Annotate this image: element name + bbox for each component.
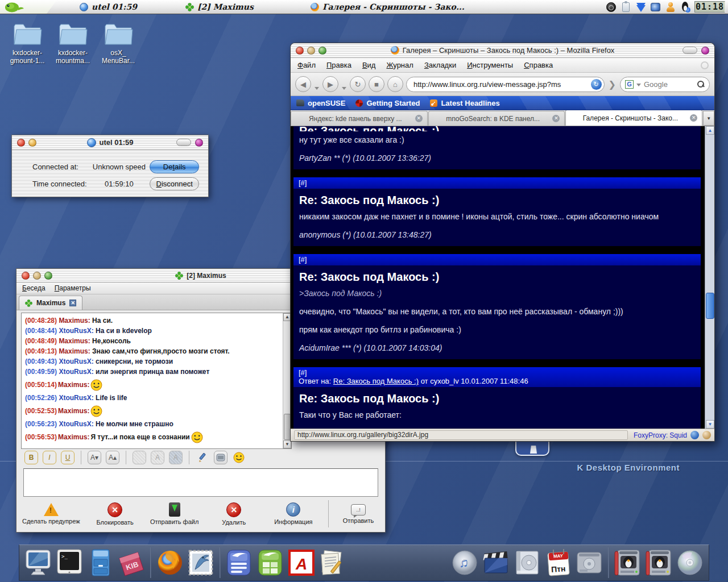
menu-file[interactable]: Файл (297, 61, 316, 69)
forward-dropdown[interactable] (342, 87, 346, 90)
color-palette-button[interactable] (214, 451, 228, 464)
menu-options[interactable]: Параметры (55, 284, 91, 292)
url-bar[interactable]: http://www.linux.org.ru/view-message.jsp… (406, 77, 605, 92)
menu-edit[interactable]: Правка (326, 61, 351, 69)
dock-music-player[interactable]: ♫ (450, 547, 480, 579)
dock-calendar[interactable]: MAY Птн (543, 547, 573, 579)
maximize-button[interactable] (44, 272, 52, 280)
suse-menu-button[interactable] (0, 0, 57, 14)
anchor-link[interactable]: [#] (299, 178, 307, 187)
menu-view[interactable]: Вид (362, 61, 376, 69)
dock-text-editor[interactable] (317, 547, 348, 579)
search-bar[interactable]: G Google (620, 77, 710, 92)
desktop-icon-osx-menubar[interactable]: osX_MenuBar... (94, 20, 142, 65)
back-button[interactable]: ◀ (295, 76, 311, 92)
close-button[interactable] (296, 47, 304, 55)
dock-mail[interactable] (186, 547, 216, 579)
shade-button[interactable] (176, 139, 191, 146)
dock-linux-drive-2[interactable] (644, 547, 674, 579)
background-color-button[interactable]: A (169, 451, 183, 464)
taskbar-item-firefox[interactable]: Галерея - Скриншоты - Зако... (311, 2, 465, 11)
send-file-button[interactable]: Отправить файл (150, 502, 199, 525)
tab-close-icon[interactable]: ✕ (690, 114, 697, 122)
taskbar-item-utel[interactable]: utel 01:59 (80, 2, 137, 11)
disconnect-button[interactable]: Disconnect (150, 177, 199, 190)
kopete-user-icon[interactable] (665, 2, 676, 13)
firefox-titlebar[interactable]: Галерея – Скриншоты – Закось под Макось … (291, 43, 714, 58)
reply-link[interactable]: Re: Закось под Макось :) (333, 377, 419, 385)
dock-linux-drive-1[interactable] (613, 547, 643, 579)
go-button[interactable]: ❯ (607, 79, 617, 90)
foxyproxy-status[interactable]: FoxyProxy: Squid (634, 431, 687, 439)
text-color-button[interactable] (133, 451, 146, 464)
underline-button[interactable]: U (61, 451, 75, 464)
tab-close-icon[interactable]: ✕ (552, 115, 560, 122)
utel-titlebar[interactable]: utel 01:59 (12, 135, 208, 150)
dock-acrobat[interactable]: A (286, 547, 316, 579)
italic-button[interactable]: I (43, 451, 56, 464)
dock-hard-drive[interactable] (574, 547, 605, 579)
tab-gallery-active[interactable]: Галерея - Скриншоты - Зако...✕ (565, 110, 702, 126)
dock-oo-calc[interactable] (255, 547, 285, 579)
chat-input-field[interactable] (23, 468, 378, 497)
sound-mixer-icon[interactable] (606, 2, 617, 13)
bookmark-opensuse[interactable]: openSUSE (296, 99, 345, 107)
bold-button[interactable]: B (24, 451, 38, 464)
scroll-down-icon[interactable]: ▼ (706, 420, 714, 429)
info-button[interactable]: iИнформация (269, 502, 318, 525)
taskbar-item-maximus[interactable]: [2] Maximus (185, 2, 254, 11)
shade-button[interactable] (682, 47, 697, 54)
menu-bookmarks[interactable]: Закладки (424, 61, 456, 69)
dock-firefox[interactable] (155, 547, 185, 579)
forward-button[interactable]: ▶ (322, 76, 338, 92)
scroll-down-icon[interactable]: ▼ (283, 440, 291, 448)
search-placeholder[interactable]: Google (644, 80, 694, 89)
dock-computer[interactable] (23, 547, 53, 579)
desktop-icon-kxdocker-mountman[interactable]: kxdocker-mountma... (49, 20, 97, 65)
block-user-button[interactable]: ✕Блокировать (90, 502, 139, 526)
tray-clock[interactable]: 01:18 (694, 1, 725, 13)
page-scrollbar[interactable]: ▲ ▼ (705, 126, 714, 429)
anchor-link[interactable]: [#] (299, 368, 307, 377)
download-icon[interactable] (635, 2, 646, 13)
tab-mnogosearch[interactable]: mnoGoSearch: в KDE панел...✕ (428, 111, 565, 126)
status-extension-icon[interactable] (702, 431, 711, 439)
anchor-link[interactable]: [#] (299, 255, 307, 264)
delete-button[interactable]: ✕Удалить (209, 502, 258, 526)
dock-cd-disc[interactable] (675, 547, 705, 579)
klipper-icon[interactable] (621, 2, 631, 13)
tab-yandex[interactable]: Яндекс: kde панель вверху ...✕ (291, 111, 428, 126)
tab-close-icon[interactable]: ✕ (69, 300, 76, 306)
minimize-button[interactable] (307, 47, 315, 55)
tux-info-icon[interactable]: i (680, 2, 690, 13)
scroll-up-icon[interactable]: ▲ (706, 126, 714, 135)
maximize-button[interactable] (318, 47, 326, 55)
bookmark-getting-started[interactable]: Getting Started (355, 99, 420, 107)
desktop-icon-kxdocker-gmount[interactable]: kxdocker-gmount-1... (3, 20, 51, 65)
tab-list-dropdown[interactable]: ▼ (703, 111, 714, 126)
close-button[interactable] (17, 139, 25, 147)
scroll-thumb[interactable] (706, 293, 714, 319)
dock-video-player[interactable] (481, 547, 511, 579)
search-icon[interactable] (697, 80, 705, 88)
chat-log[interactable]: (00:48:28) Maximus: На си. (00:48:44) Xt… (22, 313, 283, 448)
dock-cd-case[interactable] (512, 547, 542, 579)
google-logo-icon[interactable]: G (625, 80, 634, 89)
menu-button[interactable] (195, 139, 203, 147)
dock-terminal[interactable]: >_ (55, 547, 85, 579)
font-larger-button[interactable]: A▴ (106, 451, 119, 464)
highlight-color-button[interactable]: A (151, 451, 164, 464)
send-button[interactable]: ..!Отправить (340, 504, 377, 524)
bookmark-latest-headlines[interactable]: Latest Headlines (430, 99, 499, 107)
menu-history[interactable]: Журнал (386, 61, 413, 69)
media-tray-icon[interactable] (650, 2, 661, 13)
details-button[interactable]: Details (150, 160, 199, 173)
foxyproxy-icon[interactable] (690, 431, 699, 439)
dock-file-manager[interactable] (86, 547, 116, 579)
menu-tools[interactable]: Инструменты (467, 61, 513, 69)
minimize-button[interactable] (33, 272, 41, 280)
search-engine-dropdown[interactable] (636, 84, 641, 86)
spellcheck-pen-button[interactable] (196, 451, 209, 464)
close-button[interactable] (22, 272, 30, 280)
url-text[interactable]: http://www.linux.org.ru/view-message.jsp… (413, 80, 591, 89)
